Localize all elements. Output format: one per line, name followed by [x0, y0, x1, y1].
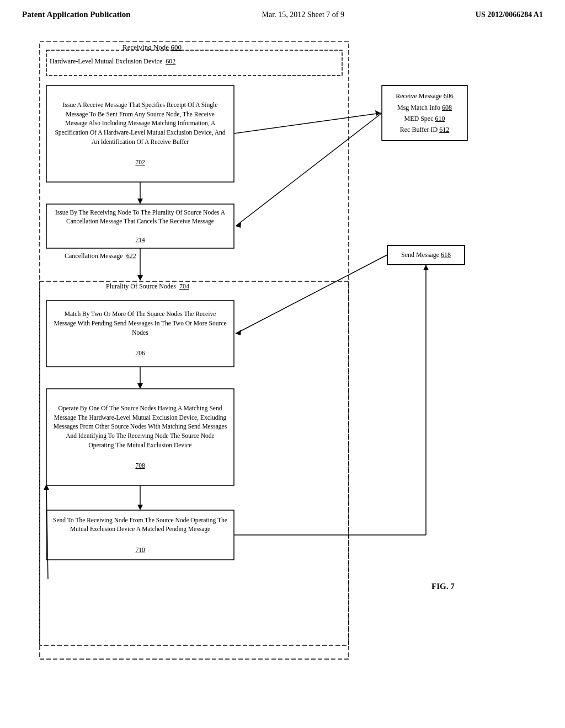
- send-message-box: Send Message 618: [387, 245, 465, 265]
- publication-title: Patent Application Publication: [22, 10, 131, 19]
- process-714: Issue By The Receiving Node To The Plura…: [46, 204, 234, 248]
- receive-message-box: Receive Message 606 Msg Match Info 608 M…: [382, 85, 467, 141]
- svg-marker-21: [137, 505, 143, 510]
- svg-marker-13: [236, 222, 241, 228]
- svg-marker-26: [423, 265, 429, 270]
- diagram-area: Receiving Node 600 Hardware-Level Mutual…: [34, 41, 531, 687]
- svg-marker-19: [137, 383, 143, 389]
- svg-marker-17: [137, 275, 143, 281]
- process-710: Send To The Receiving Node From The Sour…: [46, 510, 234, 560]
- figure-label: FIG. 7: [431, 582, 455, 591]
- svg-line-22: [236, 255, 387, 334]
- med-device-label: Hardware-Level Mutual Exclusion Device 6…: [50, 57, 175, 66]
- page-header: Patent Application Publication Mar. 15, …: [0, 0, 565, 25]
- process-708: Operate By One Of The Source Nodes Havin…: [46, 389, 234, 485]
- plurality-label: Plurality Of Source Nodes 704: [106, 282, 189, 291]
- svg-line-14: [234, 113, 381, 133]
- svg-marker-23: [236, 330, 241, 335]
- receiving-node-label: Receiving Node 600: [122, 43, 182, 52]
- svg-marker-11: [137, 199, 143, 204]
- patent-number: US 2012/0066284 A1: [476, 10, 543, 19]
- cancellation-message-label: Cancellation Message 622: [65, 252, 136, 260]
- process-702: Issue A Receive Message That Specifies R…: [46, 85, 234, 182]
- svg-line-12: [236, 113, 382, 226]
- date-sheet: Mar. 15, 2012 Sheet 7 of 9: [262, 10, 344, 19]
- process-706: Match By Two Or More Of The Source Nodes…: [46, 301, 234, 367]
- svg-marker-15: [375, 110, 381, 116]
